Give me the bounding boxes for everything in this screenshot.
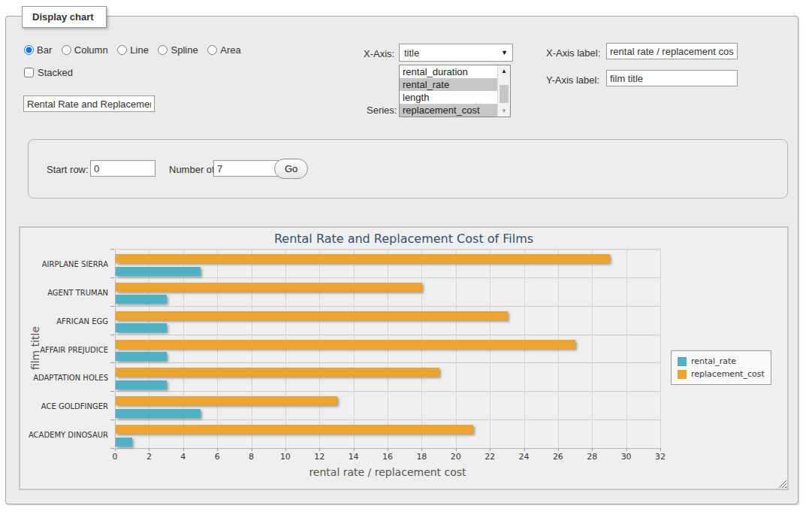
series-option-replacement-cost[interactable]: replacement_cost <box>400 104 510 117</box>
number-of-rows-input[interactable] <box>213 160 279 177</box>
bar-replacement_cost <box>116 425 473 434</box>
y-gridline <box>115 362 660 363</box>
chart-type-option-area[interactable]: Area <box>207 44 240 56</box>
y-axis-label-input[interactable] <box>606 70 738 86</box>
bar-rental_rate <box>116 295 167 304</box>
series-option-rental-duration[interactable]: rental_duration <box>400 65 510 78</box>
stacked-checkbox[interactable] <box>24 68 34 77</box>
bar-replacement_cost <box>116 311 508 320</box>
category-label: AIRPLANE SIERRA <box>24 260 108 268</box>
spline-radio-label: Spline <box>171 44 198 56</box>
y-axis-label-caption: Y-Axis label: <box>546 74 599 86</box>
line-radio-label: Line <box>130 44 149 56</box>
series-listbox-label: Series: <box>367 105 397 116</box>
category-label: ACE GOLDFINGER <box>24 402 108 411</box>
x-axis-select[interactable]: title ▼ <box>399 44 513 62</box>
legend-item-rental_rate[interactable]: rental_rate <box>678 355 765 368</box>
category-label: ACADEMY DINOSAUR <box>24 431 108 439</box>
bar-rental_rate <box>116 380 167 389</box>
start-row-input[interactable] <box>90 160 155 177</box>
chart-type-option-column[interactable]: Column <box>62 44 108 56</box>
y-tick-mark <box>110 362 114 363</box>
y-gridline <box>115 277 660 278</box>
x-tick-label: 22 <box>484 452 495 462</box>
legend-label: replacement_cost <box>691 369 765 379</box>
scrollbar-up-icon[interactable]: ▲ <box>498 65 510 77</box>
dropdown-arrow-icon: ▼ <box>501 50 508 56</box>
series-listbox[interactable]: rental_duration rental_rate length repla… <box>399 65 511 117</box>
bar-replacement_cost <box>116 340 575 349</box>
x-tick-label: 12 <box>314 452 324 462</box>
line-radio[interactable] <box>117 45 127 55</box>
bar-rental_rate <box>116 409 201 418</box>
y-gridline <box>115 335 660 335</box>
x-axis-select-label: X-Axis: <box>364 48 394 59</box>
display-chart-panel: Display chart Bar Column Line Spline Are… <box>5 16 798 504</box>
y-tick-mark <box>110 391 114 392</box>
y-tick-mark <box>110 249 114 250</box>
stacked-option[interactable]: Stacked <box>24 67 73 78</box>
series-option-rental-rate[interactable]: rental_rate <box>400 78 510 91</box>
x-axis-label-caption: X-Axis label: <box>546 47 600 59</box>
chart-title-input[interactable] <box>23 95 155 112</box>
column-radio[interactable] <box>62 45 71 55</box>
panel-legend: Display chart <box>22 6 107 28</box>
x-tick-label: 18 <box>416 452 427 462</box>
bar-radio[interactable] <box>24 45 34 55</box>
x-gridline <box>592 249 593 448</box>
y-gridline <box>115 448 660 449</box>
bar-replacement_cost <box>116 254 610 263</box>
x-tick-label: 14 <box>349 452 359 462</box>
x-tick-label: 4 <box>180 452 186 462</box>
legend-label: rental_rate <box>691 356 736 366</box>
scrollbar-down-icon[interactable]: ▼ <box>498 105 510 117</box>
x-tick-label: 26 <box>553 452 563 462</box>
area-radio[interactable] <box>207 45 217 55</box>
x-axis-selected-value: title <box>404 47 419 59</box>
bar-replacement_cost <box>116 283 422 292</box>
go-button[interactable]: Go <box>274 159 308 179</box>
listbox-scrollbar[interactable]: ▲ ▼ <box>497 65 510 117</box>
plot-area: 02468101214161820222426283032AIRPLANE SI… <box>115 249 660 448</box>
x-tick-label: 10 <box>280 452 291 462</box>
x-axis-title: rental rate / replacement cost <box>115 466 660 478</box>
start-row-label: Start row: <box>47 164 89 175</box>
resize-handle-icon[interactable] <box>778 480 786 488</box>
bar-radio-label: Bar <box>37 44 52 56</box>
x-tick-label: 32 <box>655 452 666 462</box>
scrollbar-thumb[interactable] <box>500 85 509 103</box>
x-axis-label-input[interactable] <box>606 43 738 59</box>
y-gridline <box>115 391 660 392</box>
legend-item-replacement_cost[interactable]: replacement_cost <box>678 368 765 380</box>
stacked-row: Stacked <box>24 67 73 78</box>
chart-type-option-bar[interactable]: Bar <box>24 44 52 56</box>
category-label: AFRICAN EGG <box>24 317 108 326</box>
category-label: ADAPTATION HOLES <box>24 374 108 382</box>
category-label: AFFAIR PREJUDICE <box>24 346 108 354</box>
spline-radio[interactable] <box>158 45 168 55</box>
bar-rental_rate <box>116 352 167 361</box>
x-tick-label: 20 <box>451 452 461 462</box>
y-gridline <box>115 249 660 250</box>
y-tick-mark <box>110 335 114 335</box>
chart-type-option-spline[interactable]: Spline <box>158 44 198 56</box>
bar-replacement_cost <box>116 368 439 377</box>
y-tick-mark <box>110 277 114 278</box>
y-tick-mark <box>110 420 114 420</box>
chart-type-option-line[interactable]: Line <box>117 44 149 56</box>
chart-legend: rental_ratereplacement_cost <box>671 350 771 385</box>
x-tick-label: 8 <box>249 452 254 462</box>
bar-replacement_cost <box>116 396 337 405</box>
x-tick-label: 30 <box>621 452 632 462</box>
series-option-length[interactable]: length <box>400 91 510 104</box>
bar-rental_rate <box>116 438 132 447</box>
stacked-label: Stacked <box>38 67 73 78</box>
legend-swatch <box>678 370 687 379</box>
x-gridline <box>626 249 627 448</box>
chart-container: Rental Rate and Replacement Cost of Film… <box>19 226 789 490</box>
x-tick-label: 0 <box>113 452 118 462</box>
chart-type-radio-group: Bar Column Line Spline Area <box>24 44 248 56</box>
column-radio-label: Column <box>74 44 108 56</box>
x-tick-label: 6 <box>215 452 220 462</box>
chart-title: Rental Rate and Replacement Cost of Film… <box>20 232 787 246</box>
